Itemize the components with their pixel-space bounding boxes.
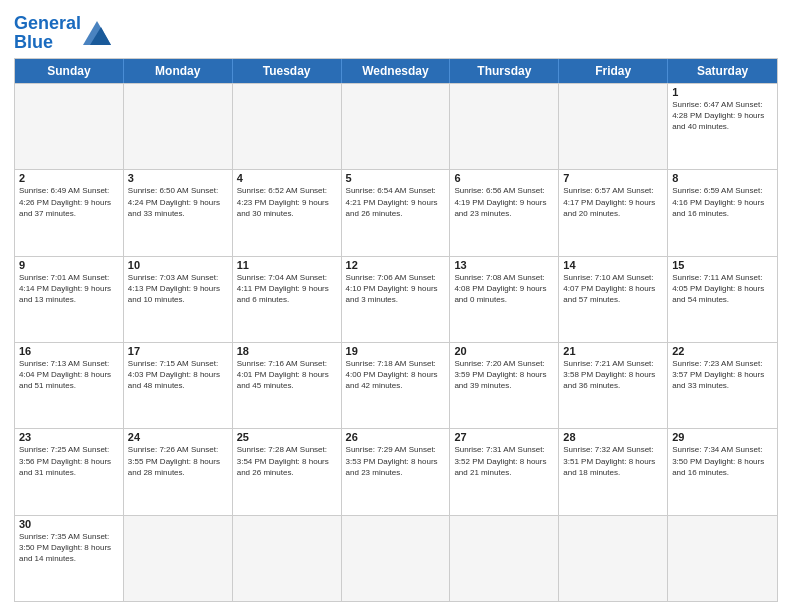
day-info: Sunrise: 6:54 AM Sunset: 4:21 PM Dayligh… xyxy=(346,185,446,219)
day-number: 5 xyxy=(346,172,446,184)
cal-cell xyxy=(233,84,342,169)
cal-cell: 7Sunrise: 6:57 AM Sunset: 4:17 PM Daylig… xyxy=(559,170,668,255)
header-day-thursday: Thursday xyxy=(450,59,559,83)
cal-cell xyxy=(668,516,777,601)
cal-cell: 3Sunrise: 6:50 AM Sunset: 4:24 PM Daylig… xyxy=(124,170,233,255)
cal-cell: 27Sunrise: 7:31 AM Sunset: 3:52 PM Dayli… xyxy=(450,429,559,514)
cal-row-4: 23Sunrise: 7:25 AM Sunset: 3:56 PM Dayli… xyxy=(15,428,777,514)
cal-cell: 2Sunrise: 6:49 AM Sunset: 4:26 PM Daylig… xyxy=(15,170,124,255)
header-day-wednesday: Wednesday xyxy=(342,59,451,83)
day-number: 17 xyxy=(128,345,228,357)
cal-cell: 14Sunrise: 7:10 AM Sunset: 4:07 PM Dayli… xyxy=(559,257,668,342)
day-number: 14 xyxy=(563,259,663,271)
day-info: Sunrise: 7:28 AM Sunset: 3:54 PM Dayligh… xyxy=(237,444,337,478)
cal-row-2: 9Sunrise: 7:01 AM Sunset: 4:14 PM Daylig… xyxy=(15,256,777,342)
cal-row-3: 16Sunrise: 7:13 AM Sunset: 4:04 PM Dayli… xyxy=(15,342,777,428)
day-number: 30 xyxy=(19,518,119,530)
day-number: 3 xyxy=(128,172,228,184)
day-number: 25 xyxy=(237,431,337,443)
cal-cell: 30Sunrise: 7:35 AM Sunset: 3:50 PM Dayli… xyxy=(15,516,124,601)
day-info: Sunrise: 7:21 AM Sunset: 3:58 PM Dayligh… xyxy=(563,358,663,392)
day-info: Sunrise: 7:26 AM Sunset: 3:55 PM Dayligh… xyxy=(128,444,228,478)
day-info: Sunrise: 7:35 AM Sunset: 3:50 PM Dayligh… xyxy=(19,531,119,565)
day-number: 27 xyxy=(454,431,554,443)
day-info: Sunrise: 6:49 AM Sunset: 4:26 PM Dayligh… xyxy=(19,185,119,219)
day-number: 9 xyxy=(19,259,119,271)
day-info: Sunrise: 7:06 AM Sunset: 4:10 PM Dayligh… xyxy=(346,272,446,306)
day-info: Sunrise: 6:59 AM Sunset: 4:16 PM Dayligh… xyxy=(672,185,773,219)
day-number: 7 xyxy=(563,172,663,184)
cal-cell xyxy=(342,516,451,601)
cal-cell: 28Sunrise: 7:32 AM Sunset: 3:51 PM Dayli… xyxy=(559,429,668,514)
calendar-header: SundayMondayTuesdayWednesdayThursdayFrid… xyxy=(15,59,777,83)
day-number: 23 xyxy=(19,431,119,443)
cal-cell: 23Sunrise: 7:25 AM Sunset: 3:56 PM Dayli… xyxy=(15,429,124,514)
day-info: Sunrise: 7:20 AM Sunset: 3:59 PM Dayligh… xyxy=(454,358,554,392)
cal-cell xyxy=(559,84,668,169)
logo-blue-text: Blue xyxy=(14,32,53,52)
cal-cell: 11Sunrise: 7:04 AM Sunset: 4:11 PM Dayli… xyxy=(233,257,342,342)
header: General Blue xyxy=(14,10,778,52)
cal-cell: 26Sunrise: 7:29 AM Sunset: 3:53 PM Dayli… xyxy=(342,429,451,514)
logo-icon xyxy=(83,21,111,45)
day-number: 20 xyxy=(454,345,554,357)
day-info: Sunrise: 6:57 AM Sunset: 4:17 PM Dayligh… xyxy=(563,185,663,219)
day-info: Sunrise: 7:08 AM Sunset: 4:08 PM Dayligh… xyxy=(454,272,554,306)
cal-cell: 21Sunrise: 7:21 AM Sunset: 3:58 PM Dayli… xyxy=(559,343,668,428)
cal-cell xyxy=(233,516,342,601)
day-info: Sunrise: 7:04 AM Sunset: 4:11 PM Dayligh… xyxy=(237,272,337,306)
day-number: 1 xyxy=(672,86,773,98)
day-info: Sunrise: 7:34 AM Sunset: 3:50 PM Dayligh… xyxy=(672,444,773,478)
day-number: 22 xyxy=(672,345,773,357)
cal-cell: 20Sunrise: 7:20 AM Sunset: 3:59 PM Dayli… xyxy=(450,343,559,428)
day-number: 19 xyxy=(346,345,446,357)
cal-cell: 10Sunrise: 7:03 AM Sunset: 4:13 PM Dayli… xyxy=(124,257,233,342)
day-info: Sunrise: 7:16 AM Sunset: 4:01 PM Dayligh… xyxy=(237,358,337,392)
page: General Blue SundayMondayTuesdayWednesda… xyxy=(0,0,792,612)
day-info: Sunrise: 7:29 AM Sunset: 3:53 PM Dayligh… xyxy=(346,444,446,478)
cal-cell: 1Sunrise: 6:47 AM Sunset: 4:28 PM Daylig… xyxy=(668,84,777,169)
cal-cell: 17Sunrise: 7:15 AM Sunset: 4:03 PM Dayli… xyxy=(124,343,233,428)
calendar: SundayMondayTuesdayWednesdayThursdayFrid… xyxy=(14,58,778,602)
cal-row-5: 30Sunrise: 7:35 AM Sunset: 3:50 PM Dayli… xyxy=(15,515,777,601)
day-number: 13 xyxy=(454,259,554,271)
cal-cell xyxy=(559,516,668,601)
cal-cell: 5Sunrise: 6:54 AM Sunset: 4:21 PM Daylig… xyxy=(342,170,451,255)
cal-cell: 19Sunrise: 7:18 AM Sunset: 4:00 PM Dayli… xyxy=(342,343,451,428)
day-number: 8 xyxy=(672,172,773,184)
day-number: 10 xyxy=(128,259,228,271)
calendar-body: 1Sunrise: 6:47 AM Sunset: 4:28 PM Daylig… xyxy=(15,83,777,601)
day-number: 26 xyxy=(346,431,446,443)
cal-cell xyxy=(342,84,451,169)
cal-cell: 8Sunrise: 6:59 AM Sunset: 4:16 PM Daylig… xyxy=(668,170,777,255)
day-info: Sunrise: 7:11 AM Sunset: 4:05 PM Dayligh… xyxy=(672,272,773,306)
cal-cell: 9Sunrise: 7:01 AM Sunset: 4:14 PM Daylig… xyxy=(15,257,124,342)
day-info: Sunrise: 7:23 AM Sunset: 3:57 PM Dayligh… xyxy=(672,358,773,392)
header-day-monday: Monday xyxy=(124,59,233,83)
day-number: 21 xyxy=(563,345,663,357)
cal-cell: 24Sunrise: 7:26 AM Sunset: 3:55 PM Dayli… xyxy=(124,429,233,514)
day-info: Sunrise: 7:31 AM Sunset: 3:52 PM Dayligh… xyxy=(454,444,554,478)
cal-cell: 29Sunrise: 7:34 AM Sunset: 3:50 PM Dayli… xyxy=(668,429,777,514)
day-number: 4 xyxy=(237,172,337,184)
cal-cell: 25Sunrise: 7:28 AM Sunset: 3:54 PM Dayli… xyxy=(233,429,342,514)
day-number: 6 xyxy=(454,172,554,184)
day-info: Sunrise: 7:32 AM Sunset: 3:51 PM Dayligh… xyxy=(563,444,663,478)
day-number: 2 xyxy=(19,172,119,184)
header-day-friday: Friday xyxy=(559,59,668,83)
cal-cell xyxy=(15,84,124,169)
cal-cell: 12Sunrise: 7:06 AM Sunset: 4:10 PM Dayli… xyxy=(342,257,451,342)
logo-general: General xyxy=(14,13,81,33)
day-info: Sunrise: 7:10 AM Sunset: 4:07 PM Dayligh… xyxy=(563,272,663,306)
header-day-sunday: Sunday xyxy=(15,59,124,83)
day-info: Sunrise: 7:13 AM Sunset: 4:04 PM Dayligh… xyxy=(19,358,119,392)
cal-cell xyxy=(124,516,233,601)
cal-cell: 13Sunrise: 7:08 AM Sunset: 4:08 PM Dayli… xyxy=(450,257,559,342)
day-info: Sunrise: 7:03 AM Sunset: 4:13 PM Dayligh… xyxy=(128,272,228,306)
day-number: 18 xyxy=(237,345,337,357)
cal-cell: 4Sunrise: 6:52 AM Sunset: 4:23 PM Daylig… xyxy=(233,170,342,255)
cal-cell xyxy=(450,516,559,601)
header-day-saturday: Saturday xyxy=(668,59,777,83)
day-number: 24 xyxy=(128,431,228,443)
day-info: Sunrise: 6:47 AM Sunset: 4:28 PM Dayligh… xyxy=(672,99,773,133)
